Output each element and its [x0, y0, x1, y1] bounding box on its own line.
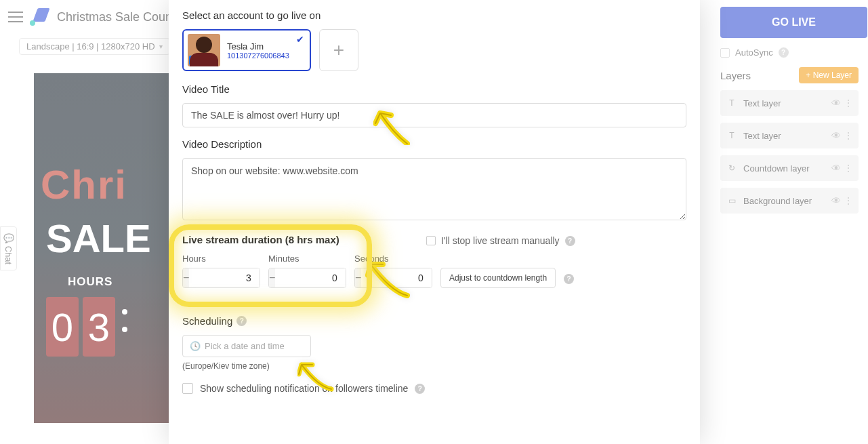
scheduling-section: Scheduling ? 🕓 Pick a date and time (Eur… [182, 315, 686, 394]
video-title-input[interactable] [182, 103, 686, 127]
help-icon[interactable]: ? [564, 274, 574, 284]
help-icon[interactable]: ? [565, 236, 575, 246]
schedule-notification-label: Show scheduling notification on follower… [200, 383, 408, 394]
seconds-input[interactable] [361, 268, 432, 287]
account-row: f Tesla Jim 101307276006843 ✔ + [182, 29, 686, 71]
account-id: 101307276006843 [227, 52, 289, 60]
scheduling-label: Scheduling ? [182, 315, 686, 327]
select-account-label: Select an account to go live on [182, 9, 686, 21]
video-title-label: Video Title [182, 83, 686, 95]
minutes-label: Minutes [268, 254, 346, 264]
duration-steppers: Hours − + Minutes − + Seconds − [182, 254, 686, 288]
go-live-settings-modal: Select an account to go live on f Tesla … [169, 0, 700, 444]
account-avatar: f [188, 34, 220, 66]
add-account-button[interactable]: + [319, 29, 358, 71]
plus-icon: + [333, 39, 344, 61]
manual-stop-checkbox[interactable] [426, 236, 436, 245]
hours-label: Hours [182, 254, 260, 264]
hours-input[interactable] [189, 268, 260, 287]
manual-stop-row: I'll stop live stream manually ? [426, 235, 575, 246]
facebook-badge-icon: f [189, 56, 199, 65]
minutes-input[interactable] [275, 268, 346, 287]
date-time-picker[interactable]: 🕓 Pick a date and time [182, 335, 311, 357]
hours-stepper: − + [182, 268, 260, 288]
decrement-button[interactable]: − [355, 268, 361, 287]
schedule-notification-checkbox[interactable] [182, 383, 193, 394]
duration-section: Live stream duration (8 hrs max) I'll st… [182, 234, 686, 288]
help-icon[interactable]: ? [415, 384, 425, 394]
video-description-input[interactable]: Shop on our website: www.website.com [182, 158, 686, 220]
check-icon: ✔ [296, 34, 304, 45]
timezone-note: (Europe/Kiev time zone) [182, 361, 686, 371]
decrement-button[interactable]: − [269, 268, 275, 287]
help-icon[interactable]: ? [236, 316, 247, 326]
account-name: Tesla Jim [227, 41, 289, 52]
decrement-button[interactable]: − [183, 268, 189, 287]
manual-stop-label: I'll stop live stream manually [441, 235, 560, 246]
video-description-label: Video Description [182, 138, 686, 150]
clock-icon: 🕓 [190, 341, 201, 351]
seconds-label: Seconds [354, 254, 432, 264]
date-picker-placeholder: Pick a date and time [205, 341, 285, 351]
schedule-notification-row: Show scheduling notification on follower… [182, 383, 686, 394]
adjust-to-countdown-button[interactable]: Adjust to countdown length [440, 268, 556, 288]
minutes-stepper: − + [268, 268, 346, 288]
account-card-selected[interactable]: f Tesla Jim 101307276006843 ✔ [182, 29, 311, 71]
seconds-stepper: − + [354, 268, 432, 288]
